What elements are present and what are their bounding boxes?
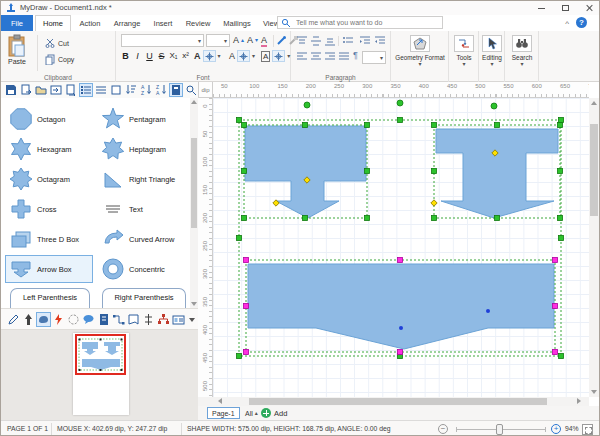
shape-item-arrow-box[interactable]: Arrow Box — [5, 255, 93, 283]
detail-view-icon[interactable] — [95, 84, 107, 96]
new-page-icon[interactable] — [20, 84, 32, 96]
notebook-icon[interactable] — [97, 313, 110, 326]
shrink-font-button[interactable]: A▾ — [247, 35, 258, 45]
fit-to-window-button[interactable] — [582, 424, 593, 435]
italic-button[interactable]: I — [132, 51, 143, 61]
save-icon[interactable] — [5, 84, 17, 96]
list-view-icon[interactable] — [80, 84, 92, 96]
minimize-button[interactable] — [529, 1, 553, 15]
tab-home[interactable]: Home — [35, 15, 71, 31]
page-thumbnail[interactable] — [73, 333, 129, 415]
zoom-slider[interactable] — [456, 429, 546, 430]
copy-button[interactable]: Copy — [45, 54, 74, 65]
tab-action[interactable]: Action — [73, 15, 107, 31]
shape-item-octagon[interactable]: Octagon — [6, 106, 94, 132]
shape-item-hexagram[interactable]: Hexagram — [6, 136, 94, 162]
tab-mailings[interactable]: Mailings — [217, 15, 257, 31]
h-scrollbar[interactable] — [198, 397, 589, 406]
collapse-ribbon-button[interactable]: ^ — [565, 19, 569, 28]
org-chart-icon[interactable] — [157, 313, 170, 326]
shape-item-cross[interactable]: Cross — [6, 196, 94, 222]
speech-bubble-icon[interactable] — [82, 313, 95, 326]
shape-item-octagram[interactable]: Octagram — [6, 166, 94, 192]
align-center-icon[interactable] — [310, 52, 322, 62]
viewport-rect[interactable] — [75, 334, 126, 375]
zoom-out-button[interactable]: − — [438, 424, 448, 434]
zoom-in-button[interactable]: + — [551, 424, 561, 434]
shape-item-text[interactable]: Text — [98, 196, 186, 222]
dashed-ellipse-icon[interactable] — [67, 313, 80, 326]
scroll-right-arrow[interactable] — [577, 398, 581, 404]
font-family-select[interactable]: ▾ — [121, 34, 204, 47]
shape-item-concentric[interactable]: Concentric — [98, 256, 186, 282]
shape-item-three-d-box[interactable]: Three D Box — [6, 226, 94, 252]
thumbnail-view-icon[interactable] — [110, 84, 122, 96]
library-panel-icon[interactable] — [170, 84, 182, 96]
arrow-box-shape-right[interactable] — [436, 129, 558, 218]
text-fill-button[interactable]: A ▾ — [194, 50, 221, 62]
add-page-button[interactable]: Add — [261, 407, 287, 419]
clear-formatting-button[interactable]: A — [261, 35, 267, 47]
freeform-shape-icon[interactable] — [37, 313, 50, 326]
text-style-button[interactable]: A ▾ — [261, 50, 290, 62]
export-icon[interactable] — [65, 84, 77, 96]
tools-button[interactable]: Tools ▾ — [450, 35, 478, 67]
editing-button[interactable]: Editing ▾ — [478, 35, 506, 67]
subscript-button[interactable]: X₁ — [168, 51, 179, 60]
paste-button[interactable]: Paste — [7, 34, 27, 65]
font-size-select[interactable]: ▾ — [206, 34, 230, 47]
shape-item-left-parenthesis[interactable]: Left Parenthesis — [10, 288, 90, 310]
grow-font-button[interactable]: A▴ — [233, 35, 244, 45]
scroll-down-arrow[interactable] — [591, 390, 597, 394]
zoom-slider-thumb[interactable] — [496, 424, 503, 435]
eyedropper-icon[interactable] — [276, 35, 287, 46]
zoom-search-icon[interactable] — [185, 84, 197, 96]
sort-az-icon[interactable]: AZ — [140, 84, 152, 96]
shape-item-pentagram[interactable]: Pentagram — [98, 106, 186, 132]
id-card-icon[interactable] — [172, 313, 185, 326]
tell-me-search[interactable] — [277, 16, 443, 29]
search-button[interactable]: Search ▾ — [508, 35, 536, 67]
edit-pencil-icon[interactable] — [7, 313, 20, 326]
close-button[interactable] — [577, 1, 600, 15]
lightning-icon[interactable] — [52, 313, 65, 326]
decrease-indent-icon[interactable] — [359, 36, 371, 46]
superscript-button[interactable]: x² — [180, 51, 191, 60]
paragraph-style-select[interactable]: ▾ — [362, 51, 386, 64]
shape-item-right-parenthesis[interactable]: Right Parenthesis — [102, 288, 186, 310]
open-icon[interactable] — [35, 84, 47, 96]
align-left-icon[interactable] — [296, 52, 308, 62]
bold-button[interactable]: B — [120, 51, 131, 61]
align-middle-icon[interactable] — [310, 36, 322, 46]
shape-item-heptagram[interactable]: Heptagram — [98, 136, 186, 162]
help-button[interactable]: ? — [576, 17, 587, 28]
bullet-list-icon[interactable] — [342, 36, 354, 46]
page-flag-icon[interactable] — [127, 313, 140, 326]
align-bottom-icon[interactable] — [324, 36, 336, 46]
v-scroll-thumb[interactable] — [590, 124, 598, 216]
arrow-box-shape-wide[interactable] — [248, 264, 554, 349]
pilcrow-button[interactable]: ¶ — [353, 50, 358, 60]
page-tab-1[interactable]: Page-1 — [207, 407, 240, 419]
tab-insert[interactable]: Insert — [147, 15, 179, 31]
connector-icon[interactable] — [112, 313, 125, 326]
tab-review[interactable]: Review — [179, 15, 217, 31]
tab-file[interactable]: File — [1, 15, 33, 31]
import-icon[interactable] — [50, 84, 62, 96]
scroll-left-arrow[interactable] — [218, 398, 222, 404]
shape-item-right-triangle[interactable]: Right Triangle — [98, 166, 186, 192]
sort-za-icon[interactable]: ZA — [155, 84, 167, 96]
sort-default-icon[interactable] — [125, 84, 137, 96]
toolbar-more-caret[interactable] — [189, 318, 195, 322]
h-scroll-thumb[interactable] — [249, 398, 547, 405]
arrow-up-icon[interactable] — [22, 313, 35, 326]
drawing-canvas[interactable] — [213, 98, 589, 397]
v-scrollbar[interactable] — [589, 98, 599, 397]
increase-indent-icon[interactable] — [374, 36, 386, 46]
shape-panel-scroll-thumb[interactable] — [191, 138, 197, 228]
all-pages-dropdown[interactable]: All ▴ — [245, 407, 258, 419]
align-top-icon[interactable] — [296, 36, 308, 46]
dimension-icon[interactable] — [142, 313, 155, 326]
cut-button[interactable]: Cut — [45, 38, 69, 48]
scroll-up-arrow[interactable] — [591, 101, 597, 105]
